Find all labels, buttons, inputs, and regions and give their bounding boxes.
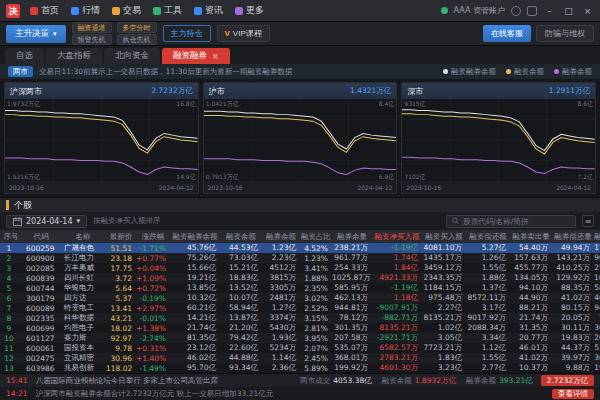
mini-button-0-1[interactable]: 预警先机	[72, 34, 112, 45]
table-row[interactable]: 4600839四川长虹3.72+1.09%19.21亿18.83亿3815万1.…	[0, 273, 600, 283]
titlebar: 决 首页行情交易工具资讯更多 AAA 资管账户 – □ ×	[0, 0, 600, 22]
chart-canvas: 9315亿7102亿8.6亿7.2亿	[402, 99, 595, 181]
col-header-n1[interactable]: 融资融券余额	[170, 230, 220, 243]
table-row[interactable]: 7600089特变电工13.41+2.97%60.21亿58.94亿1.27亿2…	[0, 303, 600, 313]
anti-fraud-button[interactable]: 防骗与维权	[536, 25, 594, 42]
cell-chg: +0.77%	[136, 253, 170, 263]
cell-n2: 44.88亿	[220, 353, 262, 363]
menu-item-tools[interactable]: 工具	[147, 4, 188, 17]
main-force-button[interactable]: 主力持仓	[163, 25, 211, 42]
message-icon[interactable]	[511, 6, 521, 16]
cell-n8: 88.35万	[552, 283, 594, 293]
cell-n8: 410.25万	[552, 263, 594, 273]
col-header-n4[interactable]: 融券余量	[332, 230, 372, 243]
menu-item-trade[interactable]: 交易	[106, 4, 147, 17]
tab-label: 北向资金	[115, 50, 149, 62]
col-header-n2[interactable]: 融资余额	[220, 230, 262, 243]
table-row[interactable]: 2600900长江电力23.18+0.77%75.26亿73.03亿2.23亿1…	[0, 253, 600, 263]
news-ticker[interactable]: 八届国际商业领袖论坛今日举行 多家上市公司高管出席	[36, 376, 218, 386]
cell-n9: 944.81万	[594, 303, 600, 313]
table-row[interactable]: 11600061国投资本9.78+0.31%23.12亿22.60亿5234万2…	[0, 343, 600, 353]
y-axis-label-bottom: 0.7913万亿	[206, 173, 239, 180]
col-header-n6[interactable]: 融资偿还额	[466, 230, 510, 243]
cell-ratio: 3.95%	[300, 333, 332, 343]
col-header-n5[interactable]: 融资买入额	[422, 230, 466, 243]
table-row[interactable]: 10601127赛力斯92.97-2.74%81.35亿79.42亿1.93亿3…	[0, 333, 600, 343]
cell-n3: 1.14亿	[262, 353, 300, 363]
tab-watchlist[interactable]: 自选	[5, 48, 44, 64]
mini-button-0-0[interactable]: 融资通道	[72, 22, 112, 33]
table-row[interactable]: 1600259广晟有色51.51-1.71%45.76亿44.53亿1.23亿4…	[0, 243, 600, 253]
quotes-icon	[71, 7, 79, 15]
cell-ratio: 3.02%	[300, 293, 332, 303]
col-header-n3[interactable]: 融券余额	[262, 230, 300, 243]
cell-n7: 455.77万	[510, 263, 552, 273]
tab-market-indicators[interactable]: 大盘指标	[46, 48, 102, 64]
cell-n6: 3.17亿	[466, 303, 510, 313]
col-header-name[interactable]: 名称	[60, 230, 106, 243]
menu-label: 工具	[164, 4, 182, 17]
col-header-price[interactable]: 最新价	[106, 230, 136, 243]
close-button[interactable]: ×	[581, 6, 594, 16]
table-row[interactable]: 8002335科华数据43.21-0.01%14.21亿13.87亿3374万3…	[0, 313, 600, 323]
menu-item-home[interactable]: 首页	[24, 4, 65, 17]
cell-ratio: 3.15%	[300, 313, 332, 323]
cell-net: -1.19亿	[372, 243, 422, 253]
maximize-button[interactable]: □	[562, 6, 575, 16]
tab-northbound-funds[interactable]: 北向资金	[104, 48, 160, 64]
settings-icon[interactable]	[527, 6, 537, 16]
cell-name: 兆易创新	[60, 363, 106, 373]
search-box[interactable]	[446, 215, 576, 228]
menu-item-news[interactable]: 资讯	[188, 4, 229, 17]
col-header-n7[interactable]: 融券卖出量	[510, 230, 552, 243]
cell-chg: +2.97%	[136, 303, 170, 313]
cell-n4: 301.35万	[332, 323, 372, 333]
cell-ratio: 3.41%	[300, 263, 332, 273]
mini-button-1-1[interactable]: 执仓先机	[117, 34, 157, 45]
table-row[interactable]: 3002085万丰奥威17.75+0.04%15.66亿15.21亿4512万3…	[0, 263, 600, 273]
vip-course-button[interactable]: V VIP课程	[217, 25, 270, 42]
cell-n6: 5.27亿	[466, 243, 510, 253]
table-row[interactable]: 9600699均胜电子18.02+1.38%21.74亿21.20亿5430万2…	[0, 323, 600, 333]
date-picker[interactable]: 2024-04-14 ▾	[6, 215, 87, 228]
cell-n1: 13.85亿	[170, 283, 220, 293]
column-settings-icon[interactable]: ≡	[582, 215, 594, 227]
mini-button-1-0[interactable]: 多空分时	[117, 22, 157, 33]
menu-item-more[interactable]: 更多	[229, 4, 270, 17]
cell-n7: 10.37万	[510, 363, 552, 373]
table-row[interactable]: 13603986兆易创新118.02-1.49%95.70亿93.34亿2.36…	[0, 363, 600, 373]
tab-margin-trading[interactable]: 融资融券×	[162, 48, 230, 64]
col-header-net[interactable]: 融资净买入额	[372, 230, 422, 243]
table-row[interactable]: 6300179四方达5.37-0.19%10.32亿10.07亿2481万3.0…	[0, 293, 600, 303]
chart-latest-value[interactable]: 1.4321万亿	[350, 86, 391, 96]
cell-n5: 3.05亿	[422, 333, 466, 343]
minimize-button[interactable]: –	[543, 6, 556, 16]
col-header-n8[interactable]: 融券偿还量	[552, 230, 594, 243]
cell-n8: 19.83万	[552, 333, 594, 343]
margin-total-badge[interactable]: 2.7232万亿	[541, 375, 594, 386]
col-header-ratio[interactable]: 融资占比	[300, 230, 332, 243]
col-header-chg[interactable]: 涨跌幅	[136, 230, 170, 243]
col-header-idx[interactable]: 序号	[0, 230, 22, 243]
chart-latest-value[interactable]: 2.7232万亿	[151, 86, 192, 96]
search-input[interactable]	[463, 217, 570, 226]
x-axis: 2023-10-162024-04-12	[204, 181, 397, 193]
stock-table-wrap[interactable]: 序号代码名称最新价涨跌幅融资融券余额融资余额融券余额融资占比融券余量融资净买入额…	[0, 230, 600, 373]
chart-latest-value[interactable]: 1.2911万亿	[549, 86, 590, 96]
table-row[interactable]: 12002475立讯精密30.96+1.40%46.02亿44.88亿1.14亿…	[0, 353, 600, 363]
cell-n5: 3459.12万	[422, 263, 466, 273]
menu-item-quotes[interactable]: 行情	[65, 4, 106, 17]
tab-label: 融资融券	[173, 50, 207, 62]
cell-n8: 9.88万	[552, 363, 594, 373]
cell-code: 300179	[22, 293, 60, 303]
col-header-n9[interactable]: 融券净卖出	[594, 230, 600, 243]
tab-close-icon[interactable]: ×	[212, 52, 219, 61]
online-service-button[interactable]: 在线客服	[483, 25, 531, 42]
table-row[interactable]: 5600744华银电力5.64+0.72%13.85亿13.52亿3305万2.…	[0, 283, 600, 293]
cell-price: 9.78	[106, 343, 136, 353]
primary-strategy-button[interactable]: 主升决策 ▾	[6, 25, 66, 43]
col-header-code[interactable]: 代码	[22, 230, 60, 243]
cell-n6: 2088.34万	[466, 323, 510, 333]
view-detail-button[interactable]: 查看详情	[552, 389, 594, 399]
cell-price: 118.02	[106, 363, 136, 373]
